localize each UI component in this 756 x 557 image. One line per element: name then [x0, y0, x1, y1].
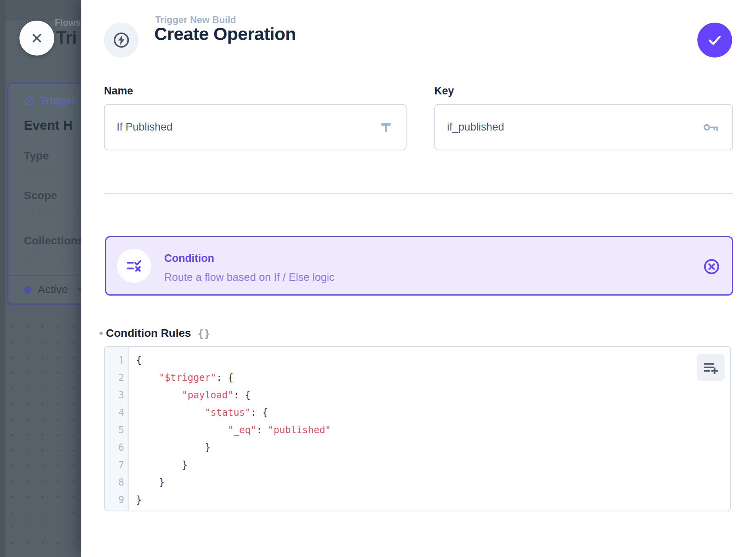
save-button[interactable] — [697, 23, 732, 58]
drawer-title: Create Operation — [154, 24, 296, 44]
app-screen: Flows Tri Trigger Event H Type action Sc… — [0, 0, 756, 557]
name-input[interactable] — [104, 104, 407, 150]
close-drawer-button[interactable] — [19, 21, 54, 56]
cancel-circle-icon — [702, 257, 721, 276]
key-icon — [701, 118, 720, 137]
code-line: } — [136, 439, 730, 456]
trigger-card: Trigger Event H Type action Scope items.… — [7, 83, 81, 305]
name-label: Name — [104, 85, 133, 97]
playlist-add-icon — [702, 359, 719, 376]
editor-gutter: 123456789 — [105, 347, 129, 511]
page-title: Tri — [56, 28, 77, 48]
code-line: "_eq": "published" — [136, 421, 730, 439]
create-operation-drawer: Trigger New Build Create Operation Name … — [81, 0, 756, 557]
key-field-wrapper — [434, 104, 733, 150]
check-icon — [706, 31, 724, 49]
code-line: { — [136, 351, 730, 369]
bolt-circle-icon — [24, 96, 35, 106]
line-number: 4 — [105, 404, 129, 421]
line-number: 2 — [105, 369, 129, 386]
line-number: 9 — [105, 491, 129, 509]
section-divider — [104, 193, 733, 194]
editor-code[interactable]: { "$trigger": { "payload": { "status": {… — [130, 347, 730, 511]
canvas-dot-grid — [0, 313, 81, 557]
operation-type-description: Route a flow based on If / Else logic — [164, 271, 334, 284]
trigger-card-header: Trigger — [24, 95, 76, 107]
status-dot-icon — [24, 286, 31, 294]
remove-operation-button[interactable] — [702, 257, 721, 276]
condition-rules-header: Condition Rules {} — [100, 325, 210, 341]
line-number: 1 — [105, 351, 129, 369]
code-line: } — [136, 456, 730, 474]
card-divider — [8, 275, 81, 276]
scope-label: Scope — [24, 189, 57, 202]
edited-dot-icon — [100, 332, 103, 335]
operation-type-panel[interactable]: Condition Route a flow based on If / Els… — [105, 236, 733, 296]
code-line: "$trigger": { — [136, 369, 730, 386]
line-number: 6 — [105, 439, 129, 456]
line-number: 5 — [105, 421, 129, 439]
status-label: Active — [38, 283, 68, 296]
add-field-button[interactable] — [697, 354, 725, 381]
code-line: "payload": { — [136, 386, 730, 404]
name-field-wrapper — [104, 104, 407, 150]
close-icon — [29, 30, 45, 46]
json-braces-icon: {} — [198, 327, 211, 340]
breadcrumb: Flows — [55, 17, 81, 28]
line-number: 3 — [105, 386, 129, 404]
key-label: Key — [434, 85, 454, 97]
condition-icon-circle — [117, 249, 151, 283]
code-line: "status": { — [136, 404, 730, 421]
scope-value: items.cre — [24, 205, 81, 217]
operation-bolt-icon — [104, 23, 139, 58]
chevron-down-icon — [75, 284, 81, 296]
code-line: } — [136, 491, 730, 509]
line-number: 7 — [105, 456, 129, 474]
type-value: action — [24, 165, 63, 178]
status-badge: Active — [24, 283, 81, 296]
line-number: 8 — [105, 474, 129, 491]
code-line: } — [136, 474, 730, 491]
operation-type-title: Condition — [164, 252, 214, 265]
page-overlay[interactable]: Flows Tri Trigger Event H Type action Sc… — [0, 0, 81, 557]
type-label: Type — [24, 150, 49, 162]
collection-value: articles — [24, 250, 75, 263]
title-icon — [378, 119, 394, 135]
collection-label: Collections — [24, 234, 81, 247]
condition-rules-label: Condition Rules — [106, 327, 191, 340]
trigger-card-title: Event H — [24, 118, 73, 133]
key-input[interactable] — [434, 104, 733, 150]
json-code-editor: 123456789 { "$trigger": { "payload": { "… — [104, 346, 731, 511]
trigger-card-label: Trigger — [40, 95, 76, 107]
condition-rule-icon — [125, 257, 143, 275]
